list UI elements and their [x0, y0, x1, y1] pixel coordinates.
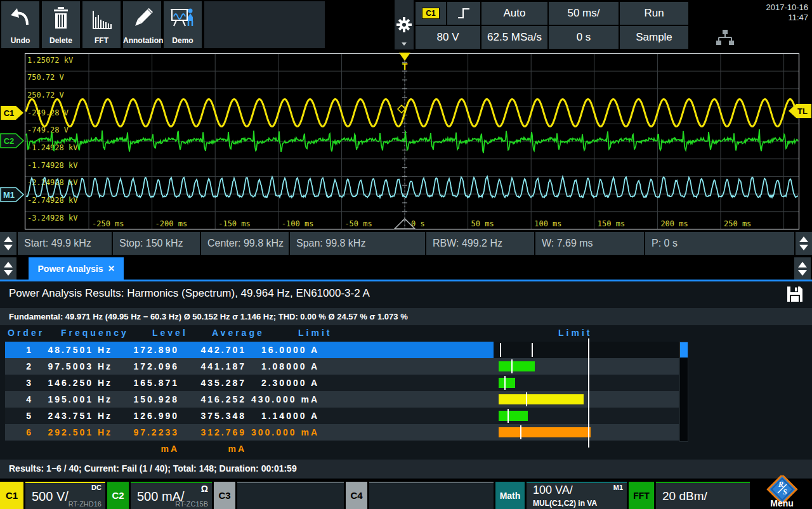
cell-order: 2	[5, 358, 33, 375]
trigger-t-label: T	[402, 61, 408, 72]
level-bar	[499, 427, 591, 437]
channel-bar: C1 500 V/ DC RT-ZHD16 C2 500 mA/ Ω RT-ZC…	[0, 479, 812, 509]
math-badge[interactable]: Math	[495, 482, 525, 509]
math-source: M1	[613, 484, 623, 491]
fft-panel[interactable]: 20 dBm/	[656, 482, 750, 509]
spectrum-rbw-cell[interactable]: RBW: 499.2 Hz	[426, 232, 534, 255]
arrow-down-icon	[4, 270, 13, 276]
result-tab-bar: Power Analysis ×	[0, 256, 812, 280]
channel-marker-c1[interactable]	[1, 106, 23, 120]
run-state-value: Run	[644, 7, 664, 20]
channel-c2-badge[interactable]: C2	[107, 482, 129, 509]
svg-text:S: S	[783, 487, 787, 496]
oscilloscope-screen: 1.25072 kV750.72 V250.72 V-249.28 V-749.…	[0, 0, 812, 509]
sample-rate-cell[interactable]: 62.5 MSa/s	[481, 26, 547, 49]
harmonic-row-3[interactable]: 3146.250 Hz165.871 mA435.287 mA2.30000 A	[5, 375, 679, 391]
scrollbar-thumb[interactable]	[680, 342, 688, 358]
channel-c2-panel[interactable]: 500 mA/ Ω RT-ZC15B	[131, 482, 212, 509]
cell-level: 97.2233 mA	[112, 424, 179, 441]
level-bar	[499, 378, 515, 388]
channel-c1-badge[interactable]: C1	[0, 482, 23, 509]
spectrum-start-cell[interactable]: Start: 49.9 kHz	[18, 232, 112, 255]
fft-button[interactable]: FFT	[82, 1, 121, 48]
horizontal-position-marker[interactable]	[395, 219, 415, 229]
horizontal-position-cell[interactable]: 0 s	[549, 26, 619, 49]
time-label: -250 ms	[92, 219, 124, 228]
cell-frequency: 195.001 Hz	[33, 391, 112, 408]
table-scrollbar[interactable]	[679, 342, 688, 442]
channel-c3-panel[interactable]	[237, 482, 344, 509]
header-average: Average	[212, 328, 265, 338]
cell-order: 4	[5, 391, 33, 408]
trigger-time-marker[interactable]	[399, 53, 410, 61]
cell-limit: 2.30000 A	[246, 375, 319, 391]
tab-bar-scroll-right[interactable]	[794, 257, 811, 280]
spectrum-span-cell[interactable]: Span: 99.8 kHz	[290, 232, 425, 255]
trigger-slope-cell[interactable]	[447, 2, 480, 25]
arrow-up-icon	[798, 262, 807, 267]
acquisition-mode-cell[interactable]: Sample	[620, 26, 688, 49]
channel-marker-c2[interactable]	[1, 134, 23, 148]
trigger-level-marker[interactable]	[789, 104, 811, 118]
math-panel[interactable]: 100 VA/ M1 MUL(C1,C2) in VA	[527, 482, 627, 509]
acquisition-mode-value: Sample	[636, 31, 672, 44]
voltage-label: -749.28 V	[27, 126, 69, 134]
harmonic-row-1[interactable]: 148.7501 Hz172.890 mA442.701 mA16.0000 A	[5, 342, 679, 358]
harmonic-row-4[interactable]: 4195.001 Hz150.928 mA416.252 mA430.000 m…	[5, 391, 679, 408]
top-toolbar: Undo Delete	[0, 0, 812, 51]
cell-level: 172.890 mA	[112, 342, 179, 358]
spectrum-bar-scroll-left[interactable]	[0, 232, 16, 255]
fft-label: FFT	[82, 36, 121, 45]
spectrum-bar-scroll-right[interactable]	[796, 232, 812, 255]
arrow-up-icon	[4, 236, 13, 242]
demo-button[interactable]: Demo	[164, 1, 202, 48]
channel-c1-panel[interactable]: 500 V/ DC RT-ZHD16	[25, 482, 105, 509]
c1-coupling: DC	[91, 484, 102, 491]
run-state-cell[interactable]: Run	[620, 2, 688, 25]
tab-bar-scroll-left[interactable]	[0, 257, 16, 280]
trace-c2	[26, 129, 798, 153]
harmonic-row-5[interactable]: 5243.751 Hz126.990 mA375.348 mA1.14000 A	[5, 408, 679, 424]
undo-button[interactable]: Undo	[1, 1, 39, 48]
time-label: -200 ms	[155, 219, 188, 228]
undo-icon	[8, 6, 32, 31]
harmonic-row-2[interactable]: 297.5003 Hz172.096 mA441.187 mA1.08000 A	[5, 358, 679, 375]
arrow-up-icon	[799, 236, 808, 242]
time-label: -50 ms	[344, 219, 372, 228]
channel-c4-panel[interactable]	[369, 482, 494, 509]
cell-order: 3	[5, 375, 33, 391]
harmonic-row-6[interactable]: 6292.501 Hz97.2233 mA312.769 mA300.000 m…	[5, 424, 679, 441]
channel-marker-label: C2	[4, 136, 15, 146]
cell-average: 441.187 mA	[179, 358, 246, 375]
spectrum-status-bar: Start: 49.9 kHz Stop: 150 kHz Center: 99…	[0, 231, 812, 255]
channel-c4-badge[interactable]: C4	[346, 482, 367, 509]
bar-tick	[508, 409, 509, 423]
timebase-cell[interactable]: 50 ms/	[549, 2, 619, 25]
fft-badge[interactable]: FFT	[629, 482, 654, 509]
tab-power-analysis[interactable]: Power Analysis ×	[29, 257, 124, 280]
spectrum-position-cell[interactable]: P: 0 s	[645, 232, 794, 255]
limit-threshold-line	[588, 338, 589, 448]
annotation-button[interactable]: Annotation	[123, 1, 161, 48]
results-summary-line: Results: 1−6 / 40; Current: Fail (1 / 40…	[0, 460, 812, 478]
cell-limit: 1.14000 A	[246, 408, 319, 424]
save-icon[interactable]	[785, 285, 804, 304]
menu-button[interactable]: R S Menu	[752, 479, 812, 509]
channel-c3-badge[interactable]: C3	[214, 482, 235, 509]
cell-average: 416.252 mA	[179, 391, 246, 408]
trigger-mode-cell[interactable]: Auto	[481, 2, 547, 25]
trigger-level-cell[interactable]: 80 V	[416, 26, 480, 49]
voltage-label: 250.72 V	[27, 91, 64, 100]
delete-button[interactable]: Delete	[42, 1, 80, 48]
time-label: 250 ms	[724, 219, 751, 228]
settings-column[interactable]	[395, 0, 414, 49]
bar-tick	[500, 343, 501, 357]
c2-probe: RT-ZC15B	[175, 500, 208, 508]
channel-marker-m1[interactable]	[1, 188, 23, 202]
close-icon[interactable]: ×	[108, 262, 115, 275]
spectrum-window-cell[interactable]: W: 7.69 ms	[535, 232, 644, 255]
trigger-source-cell[interactable]: C1	[416, 2, 446, 25]
pencil-icon	[130, 6, 154, 31]
spectrum-stop-cell[interactable]: Stop: 150 kHz	[113, 232, 200, 255]
spectrum-center-cell[interactable]: Center: 99.8 kHz	[201, 232, 289, 255]
